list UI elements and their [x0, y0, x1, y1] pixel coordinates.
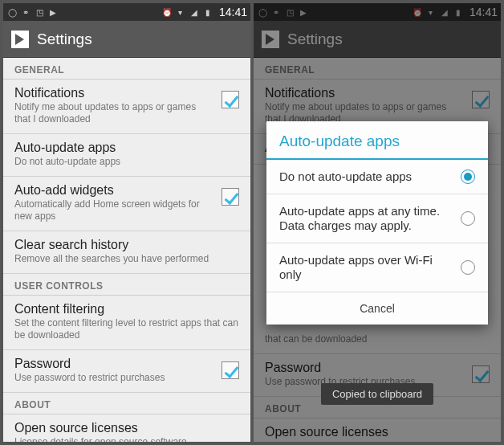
page-title: Settings — [37, 31, 92, 48]
item-title: Password — [14, 357, 213, 371]
item-title: Clear search history — [14, 238, 239, 252]
radio-icon — [461, 169, 475, 184]
item-sub: Use password to restrict purchases — [14, 372, 213, 384]
item-sub: Remove all the searches you have perform… — [14, 253, 239, 265]
checkbox-auto-add-widgets[interactable] — [222, 188, 239, 206]
auto-update-dialog: Auto-update apps Do not auto-update apps… — [266, 121, 488, 325]
dialog-option-2[interactable]: Auto-update apps over Wi-Fi only — [266, 243, 488, 292]
toast: Copied to clipboard — [321, 383, 433, 405]
modal-overlay[interactable]: Auto-update apps Do not auto-update apps… — [254, 3, 501, 442]
radio-icon — [461, 260, 475, 275]
item-sub: Automatically add Home screen widgets fo… — [14, 198, 213, 222]
item-open-source[interactable]: Open source licenses License details for… — [3, 414, 250, 442]
item-clear-search[interactable]: Clear search history Remove all the sear… — [3, 231, 250, 274]
item-sub: License details for open source software — [14, 436, 239, 442]
dialog-option-label: Auto-update apps over Wi-Fi only — [279, 253, 453, 282]
item-notifications[interactable]: Notifications Notify me about updates to… — [3, 80, 250, 134]
phone-left: ◯ ⚭ ◳ ▶ ⏰ ▾ ◢ ▮ 14:41 Settings GENERAL N… — [3, 3, 250, 442]
item-title: Open source licenses — [14, 421, 239, 435]
item-sub: Set the content filtering level to restr… — [14, 317, 239, 341]
section-about: ABOUT — [3, 393, 250, 414]
dialog-option-label: Do not auto-update apps — [279, 169, 453, 184]
item-title: Auto-update apps — [14, 141, 239, 155]
battery-icon: ▮ — [202, 6, 213, 18]
status-clock: 14:41 — [219, 6, 247, 18]
account-sync-icon: ◯ — [6, 6, 18, 18]
dialog-option-0[interactable]: Do not auto-update apps — [266, 160, 488, 194]
checkbox-notifications[interactable] — [222, 91, 239, 108]
section-general: GENERAL — [3, 58, 250, 80]
signal-icon: ◢ — [189, 6, 200, 18]
item-content-filtering[interactable]: Content filtering Set the content filter… — [3, 296, 250, 350]
phone-right: ◯ ⚭ ◳ ▶ ⏰ ▾ ◢ ▮ 14:41 Settings GENERAL N… — [254, 3, 501, 442]
item-title: Notifications — [14, 86, 213, 100]
alarm-icon: ⏰ — [161, 6, 173, 18]
item-auto-update[interactable]: Auto-update apps Do not auto-update apps — [3, 134, 250, 177]
app-bar: Settings — [3, 21, 250, 58]
item-sub: Notify me about updates to apps or games… — [14, 101, 213, 125]
radio-icon — [461, 211, 475, 226]
section-user-controls: USER CONTROLS — [3, 274, 250, 296]
play-notify-icon: ▶ — [47, 6, 59, 18]
item-auto-add-widgets[interactable]: Auto-add widgets Automatically add Home … — [3, 177, 250, 231]
link-icon: ⚭ — [20, 6, 31, 18]
picasa-icon: ◳ — [34, 6, 45, 18]
cancel-button[interactable]: Cancel — [266, 292, 488, 325]
play-store-icon[interactable] — [11, 31, 29, 48]
checkbox-password[interactable] — [222, 361, 239, 379]
wifi-icon: ▾ — [175, 6, 186, 18]
item-sub: Do not auto-update apps — [14, 156, 239, 168]
item-title: Content filtering — [14, 302, 239, 316]
settings-list[interactable]: GENERAL Notifications Notify me about up… — [3, 58, 250, 442]
item-title: Auto-add widgets — [14, 183, 213, 198]
status-bar: ◯ ⚭ ◳ ▶ ⏰ ▾ ◢ ▮ 14:41 — [3, 3, 250, 21]
dialog-option-label: Auto-update apps at any time. Data charg… — [279, 204, 453, 233]
item-password[interactable]: Password Use password to restrict purcha… — [3, 350, 250, 393]
dialog-option-1[interactable]: Auto-update apps at any time. Data charg… — [266, 194, 488, 243]
dialog-title: Auto-update apps — [266, 121, 488, 160]
